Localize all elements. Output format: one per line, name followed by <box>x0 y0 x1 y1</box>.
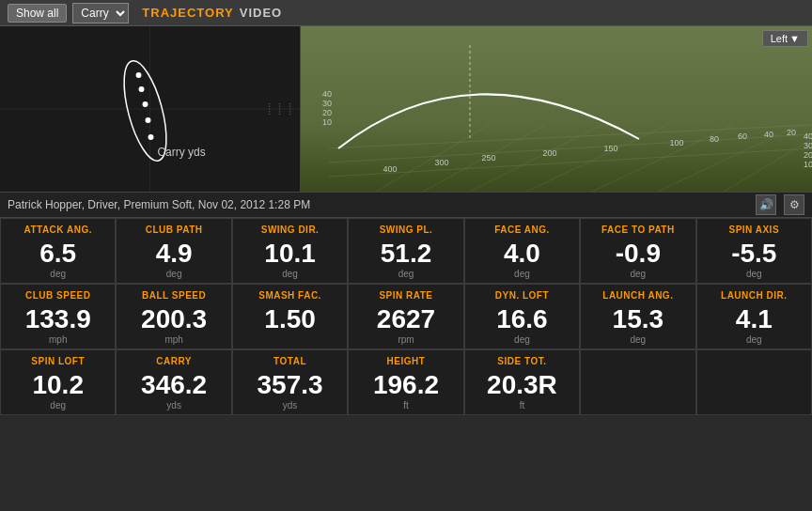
stats-row: CLUB SPEED133.9mphBALL SPEED200.3mphSMAS… <box>0 284 812 349</box>
stat-unit: deg <box>631 269 647 279</box>
svg-text:250: 250 <box>481 153 495 163</box>
stat-unit: ft <box>520 400 525 410</box>
svg-text:60: 60 <box>738 132 747 141</box>
svg-text:20: 20 <box>804 150 812 160</box>
stat-unit: ft <box>403 400 409 410</box>
stat-value: 1.50 <box>264 306 316 333</box>
stat-label: LAUNCH DIR. <box>721 290 788 301</box>
stat-unit: deg <box>50 400 66 410</box>
drag-handle: ............... <box>265 99 300 119</box>
show-all-button[interactable]: Show all <box>8 4 67 23</box>
svg-text:10: 10 <box>804 160 812 169</box>
stat-label: CLUB SPEED <box>25 290 90 301</box>
view-left-button[interactable]: Left ▼ <box>762 30 808 47</box>
stat-label: FACE ANG. <box>494 225 550 235</box>
settings-button[interactable]: ⚙ <box>784 194 804 215</box>
stat-unit: deg <box>514 334 530 345</box>
stat-label: SPIN RATE <box>379 290 432 301</box>
stat-cell: LAUNCH ANG.15.3deg <box>580 284 695 349</box>
stat-label: SWING PL. <box>380 225 433 235</box>
info-bar: Patrick Hopper, Driver, Premium Soft, No… <box>0 192 812 218</box>
stat-unit: mph <box>49 334 67 345</box>
stat-cell: SWING DIR.10.1deg <box>232 218 348 284</box>
stat-unit: deg <box>631 334 647 345</box>
shot-shape-panel: Carry yds ............... <box>0 26 301 192</box>
sound-button[interactable]: 🔊 <box>756 194 776 215</box>
stat-label: BALL SPEED <box>142 290 206 301</box>
stat-cell: SMASH FAC.1.50 <box>232 284 348 349</box>
svg-text:40: 40 <box>804 132 812 141</box>
stat-value: 10.2 <box>32 372 84 398</box>
trajectory-panel: 40 30 20 10 400 300 250 200 150 100 80 6… <box>301 26 812 192</box>
svg-text:20: 20 <box>787 128 796 137</box>
stat-value: 51.2 <box>381 240 432 267</box>
stat-label: TOTAL <box>273 356 306 366</box>
stat-cell: FACE TO PATH-0.9deg <box>580 218 695 284</box>
stat-value: 16.6 <box>496 306 548 333</box>
stat-unit: rpm <box>398 334 414 345</box>
svg-text:30: 30 <box>804 141 812 150</box>
stat-cell: FACE ANG.4.0deg <box>464 218 580 284</box>
svg-text:150: 150 <box>603 144 617 153</box>
video-tab[interactable]: VIDEO <box>240 6 282 20</box>
stat-unit: yds <box>166 400 181 410</box>
svg-text:40: 40 <box>322 89 332 99</box>
shot-shape-svg: Carry yds <box>0 26 300 192</box>
svg-text:80: 80 <box>710 134 719 144</box>
stat-value: 10.1 <box>264 240 316 267</box>
stat-label: DYN. LOFT <box>495 290 549 301</box>
stat-label: ATTACK ANG. <box>23 225 92 235</box>
svg-text:400: 400 <box>383 164 397 174</box>
stat-value: 196.2 <box>373 372 439 398</box>
stat-label: SPIN AXIS <box>728 225 779 235</box>
svg-point-7 <box>146 117 151 123</box>
stat-cell: SIDE TOT.20.3Rft <box>464 349 580 415</box>
stat-cell-empty <box>580 349 695 415</box>
stat-value: 6.5 <box>39 240 76 267</box>
stat-value: 133.9 <box>25 306 91 333</box>
carry-select[interactable]: Carry <box>72 3 129 23</box>
svg-point-5 <box>139 86 145 92</box>
stats-container: ATTACK ANG.6.5degCLUB PATH4.9degSWING DI… <box>0 218 812 415</box>
stat-cell: TOTAL357.3yds <box>232 349 348 415</box>
stat-unit: deg <box>398 269 414 279</box>
stat-cell: SWING PL.51.2deg <box>348 218 463 284</box>
stat-label: HEIGHT <box>387 356 426 366</box>
trajectory-svg: 40 30 20 10 400 300 250 200 150 100 80 6… <box>301 26 812 192</box>
stat-cell: BALL SPEED200.3mph <box>116 284 231 349</box>
left-label: Left <box>771 33 788 44</box>
svg-rect-10 <box>301 26 812 192</box>
stat-cell: HEIGHT196.2ft <box>348 349 463 415</box>
stat-value: 4.1 <box>736 306 773 333</box>
stat-value: 2627 <box>377 306 435 333</box>
stat-value: 20.3R <box>487 372 557 398</box>
stat-cell: SPIN AXIS-5.5deg <box>696 218 812 284</box>
stat-cell: SPIN RATE2627rpm <box>348 284 463 349</box>
stat-unit: deg <box>746 334 762 345</box>
stat-value: -0.9 <box>616 240 661 267</box>
stat-cell: DYN. LOFT16.6deg <box>464 284 580 349</box>
stat-value: 357.3 <box>258 372 323 398</box>
stat-cell: ATTACK ANG.6.5deg <box>0 218 116 284</box>
stat-label: SWING DIR. <box>261 225 320 235</box>
svg-point-4 <box>136 72 142 78</box>
stat-cell: CARRY346.2yds <box>116 349 231 415</box>
svg-text:40: 40 <box>764 130 773 139</box>
stats-row: ATTACK ANG.6.5degCLUB PATH4.9degSWING DI… <box>0 218 812 284</box>
stat-value: 15.3 <box>613 306 664 333</box>
stat-cell: SPIN LOFT10.2deg <box>0 349 116 415</box>
svg-point-6 <box>143 101 148 107</box>
stats-row-3: SPIN LOFT10.2degCARRY346.2ydsTOTAL357.3y… <box>0 349 812 415</box>
stat-unit: mph <box>164 334 182 345</box>
svg-text:300: 300 <box>434 158 448 167</box>
stat-label: SPIN LOFT <box>31 356 85 366</box>
svg-point-8 <box>148 134 154 140</box>
stat-value: 346.2 <box>141 372 207 398</box>
stat-value: 4.0 <box>504 240 540 267</box>
trajectory-tab[interactable]: TRAJECTORY <box>142 6 233 20</box>
stat-unit: deg <box>514 269 530 279</box>
stat-unit: deg <box>746 269 762 279</box>
svg-text:Carry yds: Carry yds <box>157 146 205 159</box>
stat-unit: yds <box>283 400 298 410</box>
stat-cell: CLUB SPEED133.9mph <box>0 284 116 349</box>
